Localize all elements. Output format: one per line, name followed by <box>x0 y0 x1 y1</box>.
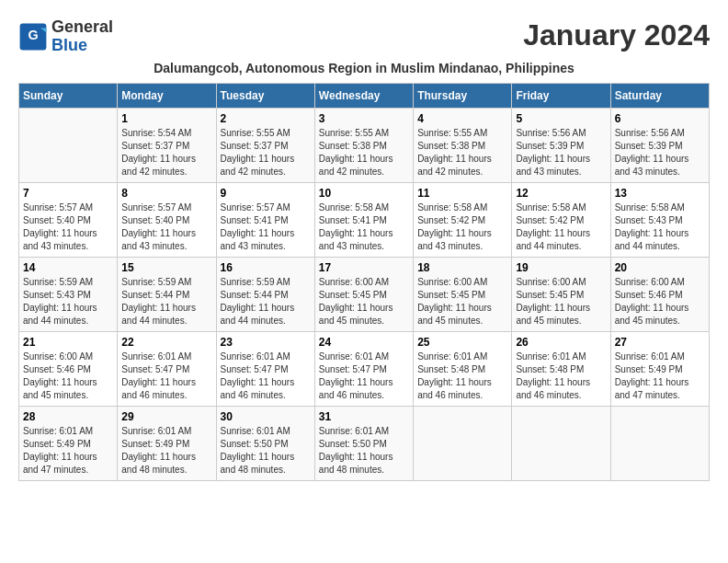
calendar-cell: 22Sunrise: 6:01 AM Sunset: 5:47 PM Dayli… <box>118 331 216 406</box>
column-header-saturday: Saturday <box>610 83 709 108</box>
day-number: 6 <box>615 112 705 125</box>
calendar-cell: 16Sunrise: 5:59 AM Sunset: 5:44 PM Dayli… <box>216 257 314 331</box>
day-info: Sunrise: 6:00 AM Sunset: 5:45 PM Dayligh… <box>417 276 507 327</box>
day-number: 2 <box>221 112 311 125</box>
column-header-tuesday: Tuesday <box>216 83 314 108</box>
calendar-cell <box>610 406 709 480</box>
week-row-2: 7Sunrise: 5:57 AM Sunset: 5:40 PM Daylig… <box>19 182 710 257</box>
day-info: Sunrise: 6:01 AM Sunset: 5:47 PM Dayligh… <box>221 350 311 402</box>
column-header-friday: Friday <box>512 83 610 108</box>
day-info: Sunrise: 5:57 AM Sunset: 5:40 PM Dayligh… <box>23 201 113 253</box>
calendar-cell: 18Sunrise: 6:00 AM Sunset: 5:45 PM Dayli… <box>414 257 512 331</box>
calendar-cell: 20Sunrise: 6:00 AM Sunset: 5:46 PM Dayli… <box>610 257 709 331</box>
calendar-cell: 21Sunrise: 6:00 AM Sunset: 5:46 PM Dayli… <box>19 331 118 406</box>
day-number: 23 <box>221 336 311 349</box>
day-number: 10 <box>319 187 409 200</box>
day-info: Sunrise: 5:58 AM Sunset: 5:42 PM Dayligh… <box>516 201 606 253</box>
day-number: 28 <box>23 410 113 423</box>
day-number: 11 <box>417 187 507 200</box>
svg-text:G: G <box>28 28 38 42</box>
week-row-3: 14Sunrise: 5:59 AM Sunset: 5:43 PM Dayli… <box>19 257 710 331</box>
calendar-cell: 13Sunrise: 5:58 AM Sunset: 5:43 PM Dayli… <box>610 182 709 257</box>
day-info: Sunrise: 5:55 AM Sunset: 5:37 PM Dayligh… <box>221 127 311 178</box>
calendar-cell: 29Sunrise: 6:01 AM Sunset: 5:49 PM Dayli… <box>118 406 216 480</box>
calendar-cell: 23Sunrise: 6:01 AM Sunset: 5:47 PM Dayli… <box>216 331 314 406</box>
day-number: 13 <box>615 187 705 200</box>
day-info: Sunrise: 6:01 AM Sunset: 5:49 PM Dayligh… <box>615 350 705 402</box>
logo-blue: Blue <box>51 36 87 54</box>
day-info: Sunrise: 5:56 AM Sunset: 5:39 PM Dayligh… <box>516 127 606 178</box>
calendar-cell: 17Sunrise: 6:00 AM Sunset: 5:45 PM Dayli… <box>314 257 413 331</box>
day-number: 25 <box>417 336 507 349</box>
day-number: 21 <box>23 336 113 349</box>
day-info: Sunrise: 5:58 AM Sunset: 5:41 PM Dayligh… <box>319 201 409 253</box>
day-info: Sunrise: 6:00 AM Sunset: 5:46 PM Dayligh… <box>615 276 705 327</box>
calendar-cell <box>512 406 610 480</box>
day-number: 4 <box>417 112 507 125</box>
day-info: Sunrise: 5:59 AM Sunset: 5:43 PM Dayligh… <box>23 276 113 327</box>
day-number: 9 <box>221 187 311 200</box>
day-number: 26 <box>516 336 606 349</box>
day-number: 24 <box>319 336 409 349</box>
day-number: 1 <box>121 112 211 125</box>
calendar-cell: 28Sunrise: 6:01 AM Sunset: 5:49 PM Dayli… <box>19 406 118 480</box>
day-info: Sunrise: 6:00 AM Sunset: 5:45 PM Dayligh… <box>319 276 409 327</box>
day-number: 17 <box>319 261 409 274</box>
day-info: Sunrise: 6:01 AM Sunset: 5:49 PM Dayligh… <box>121 425 211 477</box>
calendar-cell: 12Sunrise: 5:58 AM Sunset: 5:42 PM Dayli… <box>512 182 610 257</box>
calendar-cell: 15Sunrise: 5:59 AM Sunset: 5:44 PM Dayli… <box>118 257 216 331</box>
calendar-cell: 26Sunrise: 6:01 AM Sunset: 5:48 PM Dayli… <box>512 331 610 406</box>
day-number: 5 <box>516 112 606 125</box>
calendar-cell: 3Sunrise: 5:55 AM Sunset: 5:38 PM Daylig… <box>314 108 413 182</box>
calendar-cell: 5Sunrise: 5:56 AM Sunset: 5:39 PM Daylig… <box>512 108 610 182</box>
day-info: Sunrise: 6:00 AM Sunset: 5:45 PM Dayligh… <box>516 276 606 327</box>
calendar-cell: 30Sunrise: 6:01 AM Sunset: 5:50 PM Dayli… <box>216 406 314 480</box>
day-info: Sunrise: 6:01 AM Sunset: 5:50 PM Dayligh… <box>221 425 311 477</box>
calendar-cell: 7Sunrise: 5:57 AM Sunset: 5:40 PM Daylig… <box>19 182 118 257</box>
day-info: Sunrise: 6:01 AM Sunset: 5:48 PM Dayligh… <box>516 350 606 402</box>
day-number: 16 <box>221 261 311 274</box>
calendar-cell: 25Sunrise: 6:01 AM Sunset: 5:48 PM Dayli… <box>414 331 512 406</box>
column-header-monday: Monday <box>118 83 216 108</box>
day-number: 31 <box>319 410 409 423</box>
day-info: Sunrise: 6:01 AM Sunset: 5:50 PM Dayligh… <box>319 425 409 477</box>
day-number: 27 <box>615 336 705 349</box>
column-header-thursday: Thursday <box>414 83 512 108</box>
logo: G General Blue <box>18 18 113 55</box>
day-info: Sunrise: 5:59 AM Sunset: 5:44 PM Dayligh… <box>221 276 311 327</box>
day-number: 20 <box>615 261 705 274</box>
day-info: Sunrise: 5:56 AM Sunset: 5:39 PM Dayligh… <box>615 127 705 178</box>
calendar-cell <box>19 108 118 182</box>
logo-general: General <box>51 17 113 36</box>
day-number: 18 <box>417 261 507 274</box>
calendar-cell: 1Sunrise: 5:54 AM Sunset: 5:37 PM Daylig… <box>118 108 216 182</box>
calendar-cell: 27Sunrise: 6:01 AM Sunset: 5:49 PM Dayli… <box>610 331 709 406</box>
calendar-cell: 8Sunrise: 5:57 AM Sunset: 5:40 PM Daylig… <box>118 182 216 257</box>
calendar-cell: 10Sunrise: 5:58 AM Sunset: 5:41 PM Dayli… <box>314 182 413 257</box>
day-info: Sunrise: 5:54 AM Sunset: 5:37 PM Dayligh… <box>121 127 211 178</box>
day-number: 7 <box>23 187 113 200</box>
calendar-cell: 24Sunrise: 6:01 AM Sunset: 5:47 PM Dayli… <box>314 331 413 406</box>
day-info: Sunrise: 5:58 AM Sunset: 5:42 PM Dayligh… <box>417 201 507 253</box>
day-info: Sunrise: 6:01 AM Sunset: 5:47 PM Dayligh… <box>121 350 211 402</box>
calendar-cell: 9Sunrise: 5:57 AM Sunset: 5:41 PM Daylig… <box>216 182 314 257</box>
calendar-cell: 4Sunrise: 5:55 AM Sunset: 5:38 PM Daylig… <box>414 108 512 182</box>
day-info: Sunrise: 6:00 AM Sunset: 5:46 PM Dayligh… <box>23 350 113 402</box>
week-row-4: 21Sunrise: 6:00 AM Sunset: 5:46 PM Dayli… <box>19 331 710 406</box>
day-number: 29 <box>121 410 211 423</box>
week-row-5: 28Sunrise: 6:01 AM Sunset: 5:49 PM Dayli… <box>19 406 710 480</box>
page-subtitle: Dalumangcob, Autonomous Region in Muslim… <box>18 61 710 75</box>
day-number: 8 <box>121 187 211 200</box>
day-number: 15 <box>121 261 211 274</box>
calendar-table: SundayMondayTuesdayWednesdayThursdayFrid… <box>18 83 710 481</box>
day-number: 12 <box>516 187 606 200</box>
calendar-cell: 31Sunrise: 6:01 AM Sunset: 5:50 PM Dayli… <box>314 406 413 480</box>
day-info: Sunrise: 6:01 AM Sunset: 5:48 PM Dayligh… <box>417 350 507 402</box>
calendar-cell: 11Sunrise: 5:58 AM Sunset: 5:42 PM Dayli… <box>414 182 512 257</box>
calendar-body: 1Sunrise: 5:54 AM Sunset: 5:37 PM Daylig… <box>19 108 710 480</box>
day-info: Sunrise: 5:57 AM Sunset: 5:40 PM Dayligh… <box>121 201 211 253</box>
day-number: 14 <box>23 261 113 274</box>
day-info: Sunrise: 5:55 AM Sunset: 5:38 PM Dayligh… <box>319 127 409 178</box>
page-title: January 2024 <box>523 18 710 52</box>
day-number: 30 <box>221 410 311 423</box>
